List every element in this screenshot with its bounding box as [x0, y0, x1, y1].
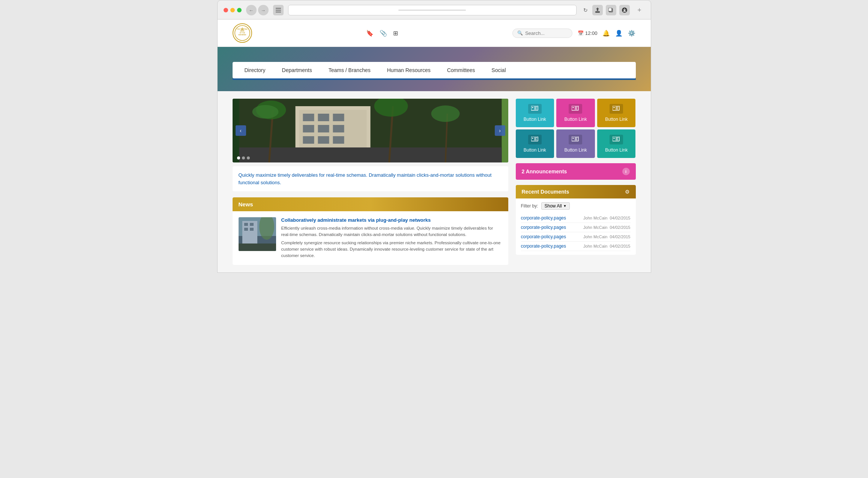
header-time: 📅 12:00 — [578, 30, 598, 36]
announcements-bar[interactable]: 2 Announcements i — [516, 163, 636, 180]
url-bar[interactable] — [288, 5, 577, 15]
svg-rect-5 — [608, 8, 612, 11]
nav-item-committees[interactable]: Committees — [439, 62, 484, 78]
button-link-3[interactable]: Button Link — [597, 99, 636, 127]
traffic-lights — [224, 8, 242, 12]
sidebar-toggle-button[interactable] — [273, 5, 284, 15]
search-box[interactable]: 🔍 — [512, 29, 572, 38]
svg-rect-56 — [534, 138, 536, 139]
svg-rect-39 — [250, 228, 254, 231]
doc-name-1[interactable]: corporate-policy.pages — [521, 215, 581, 221]
maximize-button[interactable] — [237, 8, 242, 12]
time-display: 12:00 — [585, 30, 598, 36]
svg-rect-44 — [534, 108, 536, 108]
calendar-icon: 📅 — [578, 30, 584, 36]
news-header: News — [233, 197, 508, 211]
paperclip-icon[interactable]: 📎 — [380, 30, 387, 37]
carousel-dots — [237, 156, 250, 159]
carousel-next-button[interactable]: › — [495, 125, 505, 136]
svg-point-32 — [431, 105, 460, 122]
docs-settings-icon[interactable]: ⚙ — [625, 189, 630, 195]
grid-icon[interactable]: ⊞ — [393, 30, 398, 37]
svg-rect-0 — [276, 8, 281, 9]
site-wrapper: THE CENTRAL BANK OF THE BAHAMAS 🔖 📎 ⊞ 🔍 … — [217, 20, 651, 273]
browser-actions — [592, 5, 630, 15]
svg-rect-19 — [303, 125, 314, 132]
docs-header: Recent Documents ⚙ — [516, 185, 636, 198]
doc-meta-1: John McCain 04/02/2015 — [583, 216, 630, 220]
svg-rect-18 — [333, 114, 344, 121]
doc-meta-3: John McCain 04/02/2015 — [583, 234, 630, 239]
button-link-5-label: Button Link — [564, 147, 587, 153]
doc-meta-2: John McCain 04/02/2015 — [583, 225, 630, 230]
main-nav: Directory Departments Teams / Branches H… — [233, 62, 636, 78]
svg-rect-41 — [239, 244, 276, 251]
nav-item-hr[interactable]: Human Resources — [379, 62, 439, 78]
carousel-prev-button[interactable]: ‹ — [236, 125, 246, 136]
nav-item-departments[interactable]: Departments — [274, 62, 320, 78]
button-link-5[interactable]: Button Link — [556, 129, 595, 158]
news-item: Collaboratively administrate markets via… — [239, 217, 502, 259]
nav-item-directory[interactable]: Directory — [236, 62, 274, 78]
back-button[interactable]: ← — [246, 5, 257, 15]
duplicate-button[interactable] — [606, 5, 616, 15]
button-link-4-label: Button Link — [524, 147, 546, 153]
svg-rect-37 — [250, 223, 254, 226]
svg-rect-2 — [276, 12, 281, 12]
news-body: Collaboratively administrate markets via… — [233, 211, 508, 265]
docs-body: Filter by: Show All ▼ corporate-policy.p… — [516, 198, 636, 255]
close-button[interactable] — [224, 8, 228, 12]
minimize-button[interactable] — [230, 8, 235, 12]
doc-name-2[interactable]: corporate-policy.pages — [521, 225, 581, 230]
left-column: ‹ › Quickly maximize timely deliverables… — [233, 99, 508, 265]
doc-meta-4: John McCain 04/02/2015 — [583, 244, 630, 248]
search-input[interactable] — [525, 30, 566, 36]
carousel-dot-2[interactable] — [242, 156, 245, 159]
nav-item-teams[interactable]: Teams / Branches — [320, 62, 379, 78]
svg-rect-63 — [616, 137, 619, 138]
forward-button[interactable]: → — [258, 5, 269, 15]
caption-text: Quickly maximize timely deliverables for… — [239, 171, 502, 186]
right-column: Button Link Button Link Button Link — [516, 99, 636, 265]
button-link-6-icon — [610, 135, 623, 144]
button-link-1[interactable]: Button Link — [516, 99, 554, 127]
logo: THE CENTRAL BANK OF THE BAHAMAS — [233, 23, 252, 43]
svg-rect-45 — [534, 109, 537, 110]
bookmark-icon[interactable]: 🔖 — [366, 30, 374, 37]
carousel-dot-3[interactable] — [247, 156, 250, 159]
reload-button[interactable]: ↻ — [583, 7, 588, 13]
filter-select[interactable]: Show All ▼ — [541, 202, 570, 210]
new-tab-button[interactable]: + — [634, 5, 645, 15]
filter-label: Filter by: — [521, 203, 538, 209]
doc-name-3[interactable]: corporate-policy.pages — [521, 234, 581, 239]
svg-rect-23 — [318, 136, 329, 144]
svg-rect-43 — [534, 107, 537, 107]
doc-name-4[interactable]: corporate-policy.pages — [521, 244, 581, 249]
bell-icon[interactable]: 🔔 — [602, 30, 610, 37]
share-button[interactable] — [592, 5, 603, 15]
svg-rect-3 — [595, 11, 600, 13]
svg-rect-7 — [623, 11, 626, 12]
svg-rect-51 — [616, 107, 619, 107]
svg-rect-53 — [616, 109, 618, 110]
svg-rect-36 — [244, 223, 248, 226]
news-title: News — [239, 201, 253, 207]
carousel-dot-1[interactable] — [237, 156, 240, 159]
button-link-4[interactable]: Button Link — [516, 129, 554, 158]
search-icon: 🔍 — [517, 30, 523, 36]
doc-row-1: corporate-policy.pages John McCain 04/02… — [521, 213, 631, 223]
nav-item-social[interactable]: Social — [483, 62, 514, 78]
gear-icon[interactable]: ⚙️ — [628, 30, 635, 37]
button-links-grid: Button Link Button Link Button Link — [516, 99, 636, 158]
carousel: ‹ › — [233, 99, 508, 162]
button-link-3-icon — [610, 104, 623, 114]
docs-title: Recent Documents — [522, 189, 569, 195]
user-icon[interactable]: 👤 — [615, 30, 623, 37]
button-link-6[interactable]: Button Link — [597, 129, 636, 158]
news-article-title[interactable]: Collaboratively administrate markets via… — [281, 217, 502, 223]
svg-point-28 — [252, 105, 278, 119]
button-link-2[interactable]: Button Link — [556, 99, 595, 127]
svg-rect-16 — [303, 114, 314, 121]
announcements-info-icon[interactable]: i — [622, 168, 630, 175]
download-button[interactable] — [619, 5, 630, 15]
